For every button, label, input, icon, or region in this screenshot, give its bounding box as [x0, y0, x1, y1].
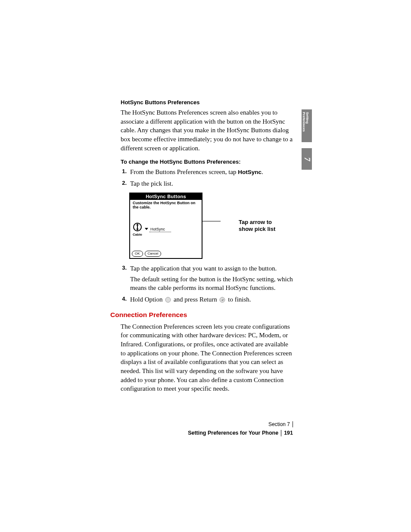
hotsync-cable-icon [133, 222, 142, 232]
callout-line [202, 221, 221, 221]
footer-page-number: 191 [281, 430, 293, 436]
heading-to-change: To change the HotSync Buttons Preference… [121, 159, 293, 165]
steps-list-1: 1. From the Buttons Preferences screen, … [121, 168, 293, 188]
side-tab-label: Setting Preferences [302, 109, 312, 142]
dropdown-arrow-icon [145, 227, 148, 230]
option-key-icon [165, 297, 171, 303]
svg-point-1 [165, 297, 171, 302]
step-text: From the Buttons Preferences screen, tap [130, 168, 238, 175]
content-column: HotSync Buttons Preferences The HotSync … [121, 99, 293, 399]
pda-cable-label: Cable [133, 233, 142, 236]
return-key-icon [219, 297, 225, 303]
step-text: Tap the pick list. [130, 180, 173, 187]
side-tab-chapter-num: 7 [302, 157, 311, 161]
step-bold: HotSync [238, 169, 262, 175]
step-text-mid: and press Return [174, 296, 219, 303]
paragraph-hotsync-intro: The HotSync Buttons Preferences screen a… [121, 108, 293, 152]
step-subtext: The default setting for the button is th… [130, 275, 293, 292]
pda-dropdown-value: HotSync [149, 227, 171, 232]
side-tab-line1: Setting [305, 112, 309, 124]
step-number: 4. [118, 295, 127, 303]
page: Setting Preferences 7 HotSync Buttons Pr… [0, 0, 411, 532]
step-1: 1. From the Buttons Preferences screen, … [121, 168, 293, 177]
pda-cancel-button[interactable]: Cancel [145, 251, 162, 257]
pda-screenshot: HotSync Buttons Customize the HotSync Bu… [129, 193, 202, 259]
step-number: 2. [118, 179, 127, 187]
pda-body: Cable HotSync [130, 210, 202, 249]
footer-title: Setting Preferences for Your Phone [188, 430, 281, 436]
page-footer: Section 7 Setting Preferences for Your P… [121, 420, 293, 436]
pda-titlebar: HotSync Buttons [130, 193, 202, 200]
pda-ok-button[interactable]: OK [132, 251, 143, 257]
step-text-post: to finish. [228, 296, 251, 303]
step-post: . [262, 168, 263, 175]
side-tab-line2: Preferences [302, 112, 306, 132]
pda-instruction: Customize the HotSync Button on the cabl… [130, 200, 202, 210]
heading-connection-preferences: Connection Preferences [110, 311, 283, 319]
step-text-pre: Hold Option [130, 296, 164, 303]
hotsync-figure: HotSync Buttons Customize the HotSync Bu… [129, 193, 293, 259]
step-3: 3. Tap the application that you want to … [121, 264, 293, 292]
step-2: 2. Tap the pick list. [121, 179, 293, 188]
paragraph-connection: The Connection Preferences screen lets y… [121, 322, 293, 394]
heading-hotsync-buttons: HotSync Buttons Preferences [121, 99, 293, 106]
steps-list-2: 3. Tap the application that you want to … [121, 264, 293, 304]
side-tab-chapter: 7 [302, 148, 312, 170]
figure-caption: Tap arrow to show pick list [239, 219, 278, 233]
pda-footer: OK Cancel [130, 249, 202, 258]
step-text: Tap the application that you want to ass… [130, 265, 277, 272]
step-number: 1. [118, 168, 127, 175]
pda-dropdown[interactable]: HotSync [145, 227, 171, 232]
step-4: 4. Hold Option and press Return to finis… [121, 295, 293, 304]
pda-cable-icon-col: Cable [133, 222, 142, 236]
step-number: 3. [118, 264, 127, 272]
footer-section: Section 7 [268, 421, 293, 427]
